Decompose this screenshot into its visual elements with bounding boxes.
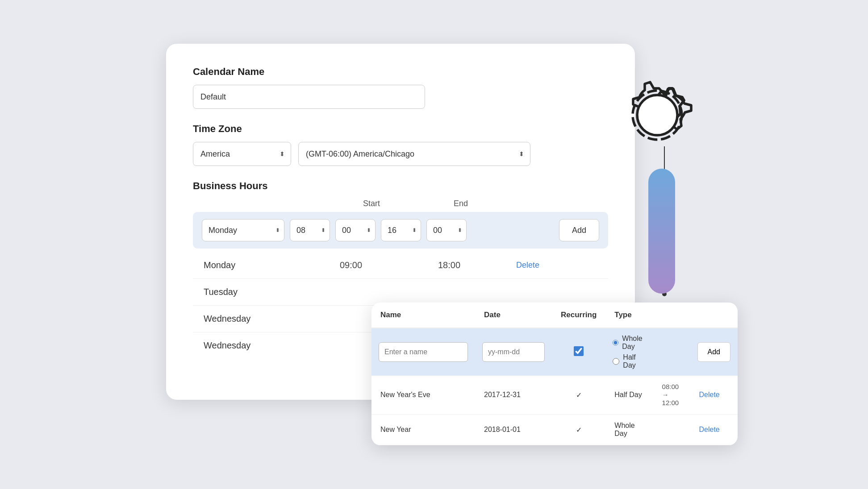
holiday-add-row: Whole Day Half Day Add [371,328,738,376]
timezone-select[interactable]: (GMT-06:00) America/Chicago (GMT-05:00) … [298,142,530,166]
end-hour-select[interactable]: 1415161718 [381,219,421,241]
holiday-delete-cell: Delete [690,414,738,445]
holiday-type-cell: Half Day [605,376,653,414]
holiday-time-cell [653,414,690,445]
half-day-radio[interactable] [613,357,619,365]
day-select-wrap: Monday Tuesday Wednesday Thursday Friday… [202,219,284,241]
col-recurring-header: Recurring [552,303,605,328]
end-min-select[interactable]: 00153045 [426,219,467,241]
table-row: Tuesday [193,279,608,306]
calendar-name-group: Calendar Name [193,66,608,109]
holiday-popup-card: Name Date Recurring Type [371,303,738,445]
region-select[interactable]: America Europe Asia Pacific Africa [193,142,291,166]
calendar-name-input[interactable] [193,85,425,109]
holiday-name-cell: New Year's Eve [371,376,475,414]
col-name-header: Name [371,303,475,328]
holiday-delete-cell: Delete [690,376,738,414]
bh-delete-button[interactable]: Delete [516,261,539,270]
bh-day-cell: Wednesday [204,340,302,351]
table-row: New Year's Eve 2017-12-31 ✓ Half Day 08:… [371,376,738,414]
whole-day-label: Whole Day [622,335,646,351]
half-day-label: Half Day [623,353,646,369]
end-column-header: End [416,199,505,208]
bh-add-row: Monday Tuesday Wednesday Thursday Friday… [193,212,608,249]
holiday-date-cell: 2017-12-31 [475,376,552,414]
region-select-wrap: America Europe Asia Pacific Africa [193,142,291,166]
holiday-add-button[interactable]: Add [697,342,730,362]
whole-day-radio[interactable] [613,339,618,347]
table-row: Monday 09:00 18:00 Delete [193,252,608,279]
bh-column-headers: Start End [327,199,608,208]
gear-icon [622,79,693,151]
holiday-recurring-cell: ✓ [552,376,605,414]
col-type-header: Type [605,303,653,328]
timezone-row: America Europe Asia Pacific Africa (GMT-… [193,142,608,166]
start-min-select-wrap: 00153045 [335,219,376,241]
type-radio-group: Whole Day Half Day [613,335,646,369]
bh-end-cell: 18:00 [400,260,498,270]
holiday-table: Name Date Recurring Type [371,303,738,445]
start-column-header: Start [327,199,416,208]
name-cell [371,328,475,376]
holiday-date-cell: 2018-01-01 [475,414,552,445]
col-time-header [653,303,690,328]
end-hour-select-wrap: 1415161718 [381,219,421,241]
end-min-select-wrap: 00153045 [426,219,467,241]
calendar-name-label: Calendar Name [193,66,608,78]
bh-day-cell: Wednesday [204,314,302,324]
date-cell [475,328,552,376]
gear-container [622,79,693,153]
recurring-cell [552,328,605,376]
half-day-option[interactable]: Half Day [613,353,646,369]
col-action-header [690,303,738,328]
type-cell: Whole Day Half Day [605,328,653,376]
bh-start-cell: 09:00 [302,260,400,270]
holiday-date-input[interactable] [482,342,545,362]
add-button-cell: Add [690,328,738,376]
bh-day-cell: Monday [204,260,302,270]
recurring-checkbox[interactable] [574,346,584,356]
start-hour-select-wrap: 06070809101112 [290,219,330,241]
start-hour-select[interactable]: 06070809101112 [290,219,330,241]
holiday-type-cell: Whole Day [605,414,653,445]
col-date-header: Date [475,303,552,328]
day-select[interactable]: Monday Tuesday Wednesday Thursday Friday… [202,219,284,241]
holiday-delete-button[interactable]: Delete [699,391,720,399]
holiday-delete-button[interactable]: Delete [699,426,720,434]
bh-add-button[interactable]: Add [559,219,599,241]
time-range-cell [653,328,690,376]
holiday-recurring-cell: ✓ [552,414,605,445]
table-row: New Year 2018-01-01 ✓ Whole Day Delete [371,414,738,445]
holiday-time-cell: 08:00 → 12:00 [653,376,690,414]
time-zone-group: Time Zone America Europe Asia Pacific Af… [193,123,608,166]
holiday-table-header: Name Date Recurring Type [371,303,738,328]
timezone-select-wrap: (GMT-06:00) America/Chicago (GMT-05:00) … [298,142,530,166]
whole-day-option[interactable]: Whole Day [613,335,646,351]
start-min-select[interactable]: 00153045 [335,219,376,241]
blue-decorative-bar [648,169,675,294]
business-hours-label: Business Hours [193,180,608,192]
time-zone-label: Time Zone [193,123,608,135]
bh-day-cell: Tuesday [204,287,302,297]
holiday-name-input[interactable] [379,342,468,362]
holiday-name-cell: New Year [371,414,475,445]
